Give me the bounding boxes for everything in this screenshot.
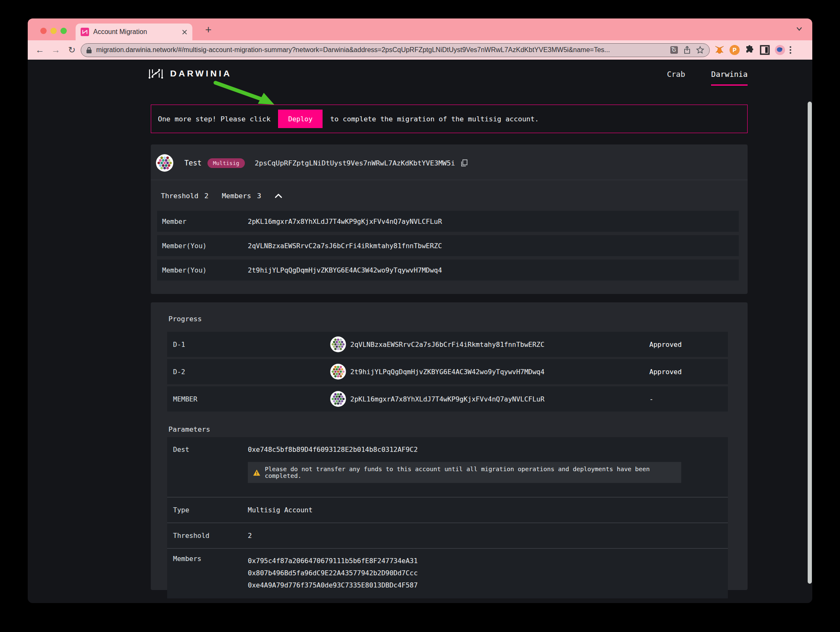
network-nav: Crab Darwinia [667, 70, 748, 86]
member-identicon [330, 364, 346, 380]
new-tab-button[interactable]: + [201, 22, 216, 37]
progress-title: Progress [168, 315, 202, 323]
member-address: 2t9hijYLPqQgDqmHjvZKBYG6E4AC3W42wo9yTqyw… [248, 266, 442, 274]
url-text: migration.darwinia.network/#/multisig-ac… [96, 46, 665, 54]
progress-row-status: Approved [649, 341, 728, 349]
copy-address-icon[interactable] [461, 159, 468, 167]
migration-summary-card: Progress D-1 2qVLNBzxaEWSRrvC2a7sJ6bCrFi… [151, 302, 748, 590]
progress-row-label: D-1 [167, 341, 330, 349]
https-lock-icon [86, 47, 92, 54]
member-address: 2qVLNBzxaEWSRrvC2a7sJ6bCrFi4iRkmtahy81fn… [248, 242, 442, 250]
desktop-background: Account Migration + ← → ↻ migration.darw… [0, 0, 840, 632]
member-row: Member(You) 2t9hijYLPqQgDqmHjvZKBYG6E4AC… [157, 260, 739, 281]
members-count: 3 [257, 192, 261, 200]
members-param-label: Members [167, 555, 248, 593]
progress-row-label: MEMBER [167, 395, 330, 403]
profile-avatar[interactable] [774, 45, 785, 55]
divider [151, 180, 748, 180]
browser-tab[interactable]: Account Migration [76, 24, 192, 40]
type-value: Multisig Account [248, 506, 728, 514]
back-button[interactable]: ← [32, 45, 48, 55]
forward-button[interactable]: → [48, 45, 64, 55]
parameter-row-threshold: Threshold 2 [167, 522, 728, 548]
member-hex-address: 0xe4A9A79d776f375A0de93C7335E8013DBDc4F5… [248, 579, 728, 591]
darwinia-logo[interactable]: DARWINIA [147, 67, 748, 80]
progress-row-address: 2t9hijYLPqQgDqmHjvZKBYG6E4AC3W42wo9yTqyw… [350, 368, 649, 376]
parameter-row-members: Members 0x795c4f87a2066470679111b5b6fE8F… [167, 548, 728, 598]
parameter-row-type: Type Multisig Account [167, 497, 728, 522]
threshold-value: 2 [204, 192, 208, 200]
progress-row: D-1 2qVLNBzxaEWSRrvC2a7sJ6bCrFi4iRkmtahy… [167, 332, 728, 357]
extensions-puzzle-icon[interactable] [744, 45, 755, 55]
funds-warning: Please do not transfer any funds to this… [248, 462, 681, 483]
member-hex-address: 0x795c4f87a2066470679111b5b6fE8F247734eA… [248, 555, 728, 567]
tab-strip: Account Migration + [28, 18, 812, 40]
member-row: Member(You) 2qVLNBzxaEWSRrvC2a7sJ6bCrFi4… [157, 235, 739, 256]
share-icon[interactable] [683, 46, 691, 54]
notice-text-pre: One more step! Please click [158, 115, 270, 123]
dest-address: 0xe748c5bf8b89D4f6093128E2b014b8c0312AF9… [248, 446, 728, 454]
tab-favicon-darwinia-icon [81, 28, 89, 36]
site-header: DARWINIA Crab Darwinia [147, 67, 748, 87]
macos-close-button[interactable] [40, 28, 47, 34]
polkadot-js-extension-icon[interactable]: P [729, 45, 740, 55]
tab-close-icon[interactable] [182, 29, 187, 35]
parameter-row-dest: Dest 0xe748c5bf8b89D4f6093128E2b014b8c03… [167, 437, 728, 497]
progress-row-address: 2qVLNBzxaEWSRrvC2a7sJ6bCrFi4iRkmtahy81fn… [350, 341, 649, 349]
member-identicon [330, 336, 346, 352]
macos-minimize-button[interactable] [50, 28, 57, 34]
nav-tab-crab[interactable]: Crab [667, 70, 685, 86]
progress-row-status: Approved [649, 368, 728, 376]
svg-text:P: P [732, 47, 736, 53]
account-identicon [156, 154, 173, 172]
account-address: 2psCqUpRFZptgLNiDtUyst9Ves7nWRwL7AzKdKbt… [255, 159, 455, 167]
multisig-badge: Multisig [207, 158, 245, 168]
parameters-table: Dest 0xe748c5bf8b89D4f6093128E2b014b8c03… [167, 437, 728, 598]
warning-triangle-icon [253, 469, 260, 476]
account-header: Test Multisig 2psCqUpRFZptgLNiDtUyst9Ves… [156, 151, 468, 175]
metamask-extension-icon[interactable] [714, 45, 725, 55]
member-label: Member [157, 218, 248, 226]
brand-wordmark: DARWINIA [170, 68, 232, 79]
nav-tab-darwinia[interactable]: Darwinia [711, 70, 748, 86]
progress-row-status: - [649, 395, 728, 403]
tab-search-chevron-icon[interactable] [795, 25, 803, 33]
type-label: Type [167, 506, 248, 514]
members-label: Members [222, 192, 251, 200]
darwinia-dna-icon [147, 67, 165, 80]
collapse-chevron-up-icon[interactable] [275, 193, 282, 198]
notice-text-post: to complete the migration of the multisi… [330, 115, 539, 123]
page-scrollbar[interactable] [808, 102, 812, 584]
deploy-button[interactable]: Deploy [278, 110, 323, 128]
threshold-param-value: 2 [248, 532, 728, 540]
progress-row-label: D-2 [167, 368, 330, 376]
macos-zoom-button[interactable] [60, 28, 67, 34]
bookmark-star-icon[interactable] [696, 46, 704, 54]
multisig-account-card: Test Multisig 2psCqUpRFZptgLNiDtUyst9Ves… [151, 144, 748, 294]
threshold-label: Threshold [161, 192, 198, 200]
member-label: Member(You) [157, 266, 248, 274]
progress-row: MEMBER 2pKL16mgxrA7x8YhXLdJ7T4wKP9gKjxFV… [167, 386, 728, 412]
browser-menu-kebab-icon[interactable] [790, 46, 791, 54]
account-name: Test [184, 159, 202, 167]
member-address: 2pKL16mgxrA7x8YhXLdJ7T4wKP9gKjxFVv4nQ7ay… [248, 218, 442, 226]
tab-title: Account Migration [93, 28, 182, 36]
threshold-param-label: Threshold [167, 532, 248, 540]
parameters-title: Parameters [168, 425, 210, 433]
threshold-members-row: Threshold 2 Members 3 [161, 186, 282, 205]
progress-row: D-2 2t9hijYLPqQgDqmHjvZKBYG6E4AC3W42wo9y… [167, 359, 728, 384]
deploy-notice-banner: One more step! Please click Deploy to co… [151, 105, 748, 133]
progress-row-address: 2pKL16mgxrA7x8YhXLdJ7T4wKP9gKjxFVv4nQ7ay… [350, 395, 649, 403]
member-identicon [330, 391, 346, 407]
address-bar[interactable]: migration.darwinia.network/#/multisig-ac… [81, 43, 710, 57]
browser-window: Account Migration + ← → ↻ migration.darw… [28, 18, 812, 603]
translate-icon[interactable]: G [670, 46, 678, 54]
page-viewport: DARWINIA Crab Darwinia One more step! Pl… [28, 60, 812, 603]
warning-text: Please do not transfer any funds to this… [265, 466, 676, 479]
member-hex-address: 0x807b496Bd5fa96dC9E22A43577942b2D90Dd7C… [248, 567, 728, 579]
dest-label: Dest [167, 437, 248, 497]
browser-toolbar: ← → ↻ migration.darwinia.network/#/multi… [28, 40, 812, 60]
member-label: Member(You) [157, 242, 248, 250]
side-panel-icon[interactable] [759, 45, 770, 55]
reload-button[interactable]: ↻ [64, 45, 80, 55]
